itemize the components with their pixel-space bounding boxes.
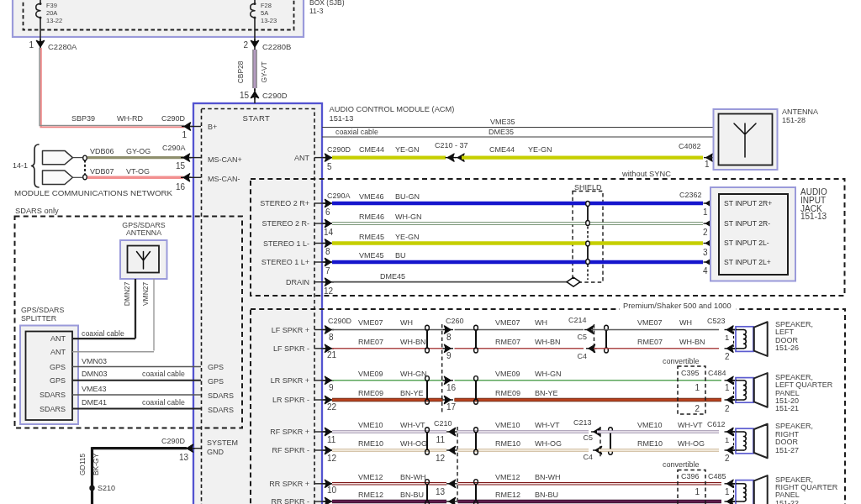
svg-text:CME44: CME44 [489, 145, 515, 154]
svg-text:C290D: C290D [328, 317, 352, 325]
svg-text:C290A: C290A [162, 144, 186, 152]
svg-text:VME10: VME10 [637, 421, 663, 429]
svg-text:WH-OG: WH-OG [400, 439, 427, 448]
svg-text:WH: WH [535, 318, 547, 327]
svg-text:9: 9 [329, 383, 334, 392]
svg-text:SDARS: SDARS [40, 405, 66, 413]
svg-text:coaxial cable: coaxial cable [142, 370, 185, 378]
svg-text:VT-OG: VT-OG [126, 167, 150, 176]
svg-text:C396: C396 [681, 472, 700, 480]
svg-text:AUDIO CONTROL MODULE (ACM): AUDIO CONTROL MODULE (ACM) [330, 105, 455, 113]
svg-text:VDB07: VDB07 [90, 167, 114, 176]
svg-text:VME12: VME12 [495, 473, 520, 481]
svg-text:LF SPKR +: LF SPKR + [272, 326, 309, 334]
svg-text:C290D: C290D [262, 91, 288, 100]
svg-text:RF SPKR -: RF SPKR - [272, 446, 309, 454]
svg-text:1: 1 [695, 383, 700, 392]
svg-text:VMN03: VMN03 [82, 357, 107, 365]
svg-text:RME07: RME07 [358, 338, 383, 346]
svg-text:C214: C214 [568, 316, 587, 324]
svg-text:C4: C4 [577, 352, 587, 360]
svg-text:RME12: RME12 [358, 491, 383, 499]
svg-text:C2280B: C2280B [262, 42, 291, 51]
svg-text:BN-BU: BN-BU [535, 491, 558, 499]
svg-text:VME07: VME07 [495, 318, 520, 327]
svg-text:C5: C5 [577, 333, 587, 341]
svg-text:C395: C395 [681, 369, 700, 377]
svg-text:BN-BU: BN-BU [400, 491, 424, 499]
svg-text:22: 22 [327, 402, 337, 412]
svg-text:STEREO 2 R-: STEREO 2 R- [261, 219, 309, 228]
svg-text:without SYNC: without SYNC [621, 170, 671, 178]
svg-text:2: 2 [695, 404, 700, 413]
svg-text:SYSTEM: SYSTEM [207, 438, 238, 447]
svg-text:RME07: RME07 [637, 338, 663, 346]
svg-text:F39: F39 [46, 2, 57, 9]
svg-text:ST INPUT 2L+: ST INPUT 2L+ [724, 258, 771, 266]
svg-text:MS-CAN+: MS-CAN+ [208, 155, 242, 164]
svg-text:VME45: VME45 [359, 251, 384, 260]
svg-text:ANTENNA: ANTENNA [782, 108, 818, 116]
svg-text:1: 1 [725, 487, 730, 496]
svg-text:10: 10 [327, 486, 337, 495]
svg-text:WH-GN: WH-GN [535, 370, 562, 378]
svg-text:151-26: 151-26 [775, 344, 799, 352]
svg-text:coaxial cable: coaxial cable [335, 128, 378, 136]
svg-text:C290D: C290D [161, 114, 186, 123]
svg-text:BU-GN: BU-GN [395, 192, 420, 201]
svg-text:STEREO 2 R+: STEREO 2 R+ [260, 199, 309, 207]
svg-text:DME35: DME35 [489, 128, 514, 136]
svg-text:DRAIN: DRAIN [286, 278, 309, 286]
svg-text:C4: C4 [583, 453, 593, 461]
svg-text:GND: GND [207, 448, 224, 456]
svg-text:7: 7 [325, 266, 330, 276]
svg-text:MS-CAN-: MS-CAN- [208, 175, 240, 183]
svg-text:12: 12 [324, 286, 334, 296]
svg-text:151-22: 151-22 [775, 499, 799, 504]
svg-text:ST INPUT 2R-: ST INPUT 2R- [724, 219, 770, 228]
svg-text:13: 13 [436, 487, 446, 496]
svg-text:LR SPKR +: LR SPKR + [271, 376, 309, 385]
svg-text:21: 21 [327, 350, 337, 360]
svg-text:1: 1 [703, 207, 708, 217]
svg-text:WH: WH [679, 318, 692, 327]
svg-text:BU: BU [395, 251, 406, 260]
svg-text:9: 9 [446, 351, 452, 360]
svg-text:12: 12 [436, 454, 446, 463]
svg-text:BN-YE: BN-YE [535, 389, 558, 397]
svg-text:GPS: GPS [50, 363, 66, 371]
svg-text:C2362: C2362 [679, 191, 702, 199]
svg-text:GY-OG: GY-OG [126, 147, 151, 155]
svg-text:SPLITTER: SPLITTER [21, 314, 56, 323]
svg-text:S210: S210 [98, 484, 115, 492]
svg-text:C4082: C4082 [679, 142, 701, 150]
svg-text:151-13: 151-13 [800, 212, 827, 221]
svg-text:ST INPUT 2L-: ST INPUT 2L- [724, 239, 769, 247]
svg-text:VME09: VME09 [495, 370, 520, 378]
svg-text:20A: 20A [46, 9, 57, 17]
svg-text:17: 17 [446, 402, 457, 412]
svg-text:STEREO 1 L-: STEREO 1 L- [263, 239, 309, 248]
svg-text:VME43: VME43 [82, 385, 107, 393]
svg-text:B+: B+ [208, 123, 217, 131]
svg-text:6: 6 [325, 207, 330, 217]
svg-text:LF SPKR -: LF SPKR - [273, 344, 309, 353]
svg-text:START: START [243, 113, 271, 123]
svg-text:convertible: convertible [663, 357, 700, 365]
svg-text:C290A: C290A [327, 192, 351, 200]
svg-text:VME09: VME09 [358, 370, 383, 378]
svg-text:WH-RD: WH-RD [117, 114, 143, 123]
svg-text:SDARS: SDARS [208, 391, 234, 400]
svg-text:4: 4 [703, 266, 708, 276]
svg-text:151-13: 151-13 [330, 114, 354, 123]
svg-text:MODULE COMMUNICATIONS NETWORK: MODULE COMMUNICATIONS NETWORK [14, 188, 173, 197]
svg-text:C523: C523 [707, 317, 726, 325]
svg-text:C210 - 37: C210 - 37 [435, 141, 468, 150]
svg-text:SDARS: SDARS [40, 391, 66, 399]
svg-text:ANTENNA: ANTENNA [126, 228, 161, 237]
svg-text:GPS/SDARS: GPS/SDARS [122, 221, 165, 229]
svg-text:STEREO 1 L+: STEREO 1 L+ [261, 258, 309, 266]
svg-text:5A: 5A [261, 9, 268, 17]
svg-text:RME45: RME45 [359, 233, 384, 241]
svg-text:RME46: RME46 [359, 213, 384, 221]
